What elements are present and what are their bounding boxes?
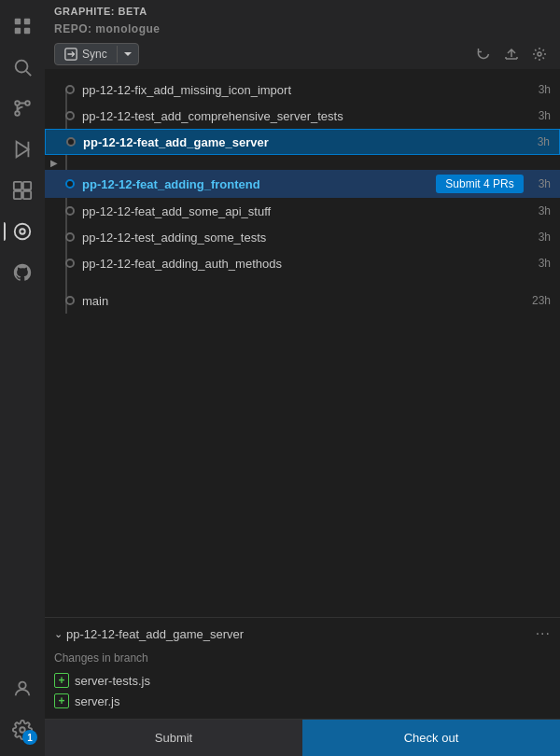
branch-dot-4 [65,179,75,189]
branch-stack-list: pp-12-12-fix_add_missing_icon_import 3h … [45,69,560,617]
svg-point-23 [538,52,541,56]
footer: Submit Check out [45,719,560,756]
branch-time-6: 3h [539,231,551,244]
refresh-button[interactable] [472,43,495,65]
branch-time-5: 3h [539,204,551,217]
svg-point-4 [16,61,28,73]
branch-time-2: 3h [539,109,551,122]
branch-item-3[interactable]: pp-12-12-feat_add_game_server 3h [45,129,560,155]
svg-rect-13 [14,191,21,199]
chevron-down-icon [123,49,133,59]
activity-icon-github[interactable] [4,254,41,291]
svg-point-6 [15,101,20,105]
bottom-section: ⌄ pp-12-12-feat_add_game_server ··· Chan… [45,617,560,719]
svg-point-15 [15,224,31,240]
activity-icon-extensions[interactable] [4,172,41,209]
file-added-icon-1: + [54,673,69,688]
branch-name-6: pp-12-12-test_adding_some_tests [82,231,531,245]
svg-point-7 [25,101,30,105]
bottom-chevron-icon: ⌄ [54,628,63,640]
branch-time-7: 3h [539,257,551,270]
branch-item-4[interactable]: pp-12-12-feat_adding_frontend Submit 4 P… [45,170,560,198]
file-name-1: server-tests.js [75,674,150,688]
settings-badge: 1 [22,730,37,745]
svg-rect-3 [24,28,30,34]
branch-name-2: pp-12-12-test_add_comprehensive_server_t… [82,109,531,123]
svg-rect-14 [23,191,31,199]
branch-name-3: pp-12-12-feat_add_game_server [83,135,530,149]
svg-rect-2 [15,28,21,34]
branch-dot-7 [65,259,75,268]
branch-time-8: 23h [532,294,551,307]
svg-point-8 [15,111,20,116]
settings-button[interactable] [528,43,551,65]
branch-item-6[interactable]: pp-12-12-test_adding_some_tests 3h [45,224,560,250]
branch-name-4: pp-12-12-feat_adding_frontend [82,177,436,191]
branch-name-1: pp-12-12-fix_add_missing_icon_import [82,83,531,97]
svg-marker-9 [17,142,29,158]
changes-label: Changes in branch [45,650,560,670]
sync-icon [64,48,77,61]
sync-label: Sync [82,48,107,61]
gear-icon [532,47,547,62]
branch-dot-5 [65,206,75,216]
sync-button[interactable]: Sync [54,43,139,65]
branch-time-4: 3h [539,177,551,190]
branch-time-3: 3h [538,135,550,148]
branch-dot-8 [65,296,75,305]
activity-icon-graphite[interactable] [4,213,41,250]
activity-icon-settings[interactable]: 1 [4,711,41,749]
activity-icon-search[interactable] [4,49,41,86]
file-added-icon-2: + [54,693,69,708]
branch-item-1[interactable]: pp-12-12-fix_add_missing_icon_import 3h [45,77,560,103]
file-name-2: server.js [75,694,119,708]
toolbar: Sync [54,43,551,65]
branch-item-2[interactable]: pp-12-12-test_add_comprehensive_server_t… [45,103,560,129]
activity-icon-logo[interactable] [4,7,41,45]
refresh-icon [476,47,491,62]
svg-point-17 [19,682,25,689]
svg-rect-1 [24,19,30,24]
bottom-branch-name: pp-12-12-feat_add_game_server [66,627,536,641]
bottom-section-header[interactable]: ⌄ pp-12-12-feat_add_game_server ··· [45,618,560,650]
branch-dot-2 [65,111,75,120]
main-panel: GRAPHITE: BETA REPO: monologue Sync [45,0,560,756]
svg-line-5 [26,71,31,76]
svg-rect-0 [15,19,21,24]
file-item-1[interactable]: + server-tests.js [45,670,560,691]
branch-item-7[interactable]: pp-12-12-feat_adding_auth_methods 3h [45,250,560,276]
branch-dot-3 [66,137,76,147]
branch-dot-1 [65,85,75,94]
branch-time-1: 3h [539,83,551,96]
submit-button[interactable]: Submit [45,720,302,756]
branch-item-8[interactable]: main 23h [45,287,560,314]
branch-item-5[interactable]: pp-12-12-feat_add_some_api_stuff 3h [45,198,560,224]
svg-point-16 [20,229,25,234]
push-icon [504,47,519,62]
submit-prs-button[interactable]: Submit 4 PRs [436,175,523,193]
sync-main[interactable]: Sync [55,44,117,64]
svg-rect-11 [14,182,21,189]
app-title: GRAPHITE: BETA [54,6,551,17]
activity-icon-account[interactable] [4,670,41,707]
branch-name-5: pp-12-12-feat_add_some_api_stuff [82,204,531,218]
branch-name-7: pp-12-12-feat_adding_auth_methods [82,257,531,271]
activity-icon-run[interactable] [4,131,41,168]
svg-rect-12 [23,182,31,189]
more-options-button[interactable]: ··· [536,625,551,642]
push-button[interactable] [500,43,523,65]
checkout-button[interactable]: Check out [302,720,560,756]
sync-dropdown-button[interactable] [117,46,138,63]
activity-bar: 1 [0,0,45,756]
panel-header: GRAPHITE: BETA REPO: monologue Sync [45,0,560,69]
activity-icon-source-control[interactable] [4,90,41,127]
branch-name-8: main [82,294,525,308]
branch-dot-6 [65,232,75,242]
file-item-2[interactable]: + server.js [45,691,560,711]
repo-label: REPO: monologue [54,22,551,35]
